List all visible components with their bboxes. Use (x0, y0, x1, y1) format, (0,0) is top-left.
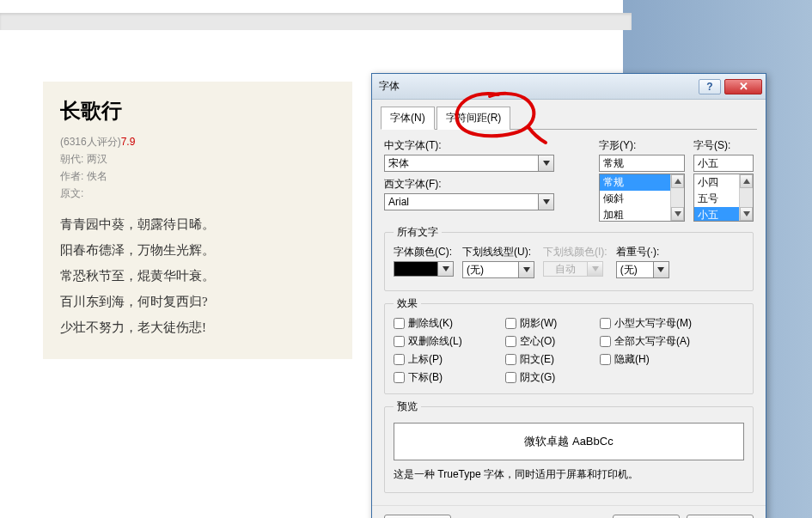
underline-color-auto: 自动 (543, 261, 588, 277)
poem-line: 百川东到海，何时复西归? (60, 289, 335, 314)
effects-group: 效果 删除线(K) 阴影(W) 小型大写字母(M) 双删除线(L) 空心(O) … (384, 296, 754, 394)
dynasty-line: 朝代: 两汉 (60, 152, 335, 167)
preview-group: 预览 微软卓越 AaBbCc 这是一种 TrueType 字体，同时适用于屏幕和… (384, 399, 754, 493)
underline-style-input[interactable] (462, 261, 519, 278)
latin-font-combo[interactable] (384, 193, 590, 210)
size-input[interactable] (693, 155, 754, 172)
font-color-drop[interactable] (438, 261, 454, 277)
cb-all-caps[interactable]: 全部大写字母(A) (600, 334, 729, 349)
underline-style-drop[interactable] (519, 261, 534, 278)
cb-engrave[interactable]: 阴文(G) (505, 370, 600, 385)
underline-color-combo: 自动 (543, 261, 607, 277)
preview-legend: 预览 (394, 399, 421, 414)
tab-font[interactable]: 字体(N) (381, 107, 435, 130)
scroll-up-icon[interactable] (740, 174, 753, 188)
poem-body: 青青园中葵，朝露待日晞。 阳春布德泽，万物生光辉。 常恐秋节至，焜黄华叶衰。 百… (60, 211, 335, 340)
preview-box: 微软卓越 AaBbCc (394, 423, 744, 460)
close-button[interactable]: ✕ (724, 79, 762, 94)
style-listbox[interactable]: 常规 倾斜 加粗 (599, 174, 685, 222)
cb-outline[interactable]: 空心(O) (505, 334, 600, 349)
article-title: 长歌行 (60, 97, 335, 125)
rating-score: 7.9 (121, 136, 136, 148)
style-label: 字形(Y): (599, 138, 685, 153)
help-button[interactable]: ? (699, 79, 721, 94)
cancel-button[interactable]: 取消 (687, 515, 754, 518)
style-input[interactable] (599, 155, 685, 172)
size-listbox[interactable]: 小四 五号 小五 (693, 174, 754, 222)
size-scrollbar[interactable] (739, 174, 753, 221)
default-button[interactable]: 默认(D)... (384, 515, 451, 518)
dialog-titlebar[interactable]: 字体 ? ✕ (372, 74, 766, 100)
emphasis-combo[interactable] (616, 261, 669, 278)
poem-line: 少壮不努力，老大徒伤悲! (60, 314, 335, 340)
latin-font-drop[interactable] (539, 193, 554, 210)
cb-hidden[interactable]: 隐藏(H) (600, 352, 729, 367)
scroll-up-icon[interactable] (671, 174, 684, 188)
latin-font-input[interactable] (384, 193, 539, 210)
underline-style-combo[interactable] (462, 261, 534, 278)
poem-line: 青青园中葵，朝露待日晞。 (60, 211, 335, 237)
page-top-shadow (0, 13, 632, 30)
poem-line: 常恐秋节至，焜黄华叶衰。 (60, 263, 335, 289)
underline-color-drop (588, 261, 603, 277)
cjk-font-input[interactable] (384, 155, 539, 172)
scroll-down-icon[interactable] (740, 207, 753, 221)
author-line: 作者: 佚名 (60, 169, 335, 184)
preview-note: 这是一种 TrueType 字体，同时适用于屏幕和打印机。 (394, 466, 744, 484)
cb-strikethrough[interactable]: 删除线(K) (394, 316, 505, 331)
cb-emboss[interactable]: 阳文(E) (505, 352, 600, 367)
emphasis-drop[interactable] (654, 261, 669, 278)
cb-superscript[interactable]: 上标(P) (394, 352, 505, 367)
original-label: 原文: (60, 186, 335, 201)
font-color-swatch (394, 261, 438, 277)
latin-font-label: 西文字体(F): (384, 177, 590, 192)
underline-color-label: 下划线颜色(I): (543, 245, 607, 259)
dialog-title: 字体 (379, 79, 699, 94)
size-label: 字号(S): (693, 138, 754, 153)
emphasis-label: 着重号(·): (616, 245, 669, 259)
effects-legend: 效果 (394, 296, 421, 311)
rating-count: (6316人评分) (60, 136, 121, 148)
cb-shadow[interactable]: 阴影(W) (505, 316, 600, 331)
article-panel: 长歌行 (6316人评分)7.9 朝代: 两汉 作者: 佚名 原文: 青青园中葵… (43, 82, 352, 359)
cb-subscript[interactable]: 下标(B) (394, 370, 505, 385)
dialog-button-row: 默认(D)... 确定 取消 (372, 505, 766, 518)
rating-line: (6316人评分)7.9 (60, 135, 335, 149)
poem-line: 阳春布德泽，万物生光辉。 (60, 237, 335, 263)
cjk-font-combo[interactable] (384, 155, 590, 172)
font-color-combo[interactable] (394, 261, 454, 277)
underline-style-label: 下划线线型(U): (462, 245, 534, 259)
ok-button[interactable]: 确定 (613, 515, 680, 518)
scroll-down-icon[interactable] (671, 207, 684, 221)
cjk-font-drop[interactable] (539, 155, 554, 172)
emphasis-input[interactable] (616, 261, 654, 278)
all-text-group: 所有文字 字体颜色(C): 下划线线型(U): (384, 225, 754, 291)
cjk-font-label: 中文字体(T): (384, 138, 590, 153)
tab-char-spacing[interactable]: 字符间距(R) (437, 107, 511, 130)
all-text-legend: 所有文字 (394, 225, 442, 240)
cb-small-caps[interactable]: 小型大写字母(M) (600, 316, 729, 331)
tab-strip: 字体(N) 字符间距(R) (372, 100, 766, 130)
style-scrollbar[interactable] (670, 174, 684, 221)
font-color-label: 字体颜色(C): (394, 245, 454, 259)
font-dialog: 字体 ? ✕ 字体(N) 字符间距(R) 中文字体(T): 西文字体(F): (371, 73, 766, 518)
cb-double-strikethrough[interactable]: 双删除线(L) (394, 334, 505, 349)
